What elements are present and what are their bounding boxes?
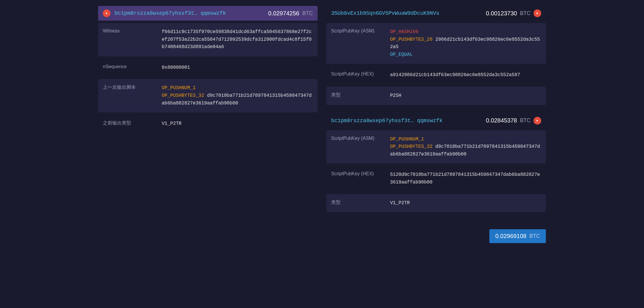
type-row: 类型 P2SH xyxy=(326,87,546,105)
currency-label: BTC xyxy=(520,117,531,124)
row-value: V1_P2TR xyxy=(390,199,541,207)
row-label: ScriptPubKey (HEX) xyxy=(331,71,390,79)
output-amount: 0.02845378 xyxy=(486,117,517,124)
opcode: OP_PUSHBYTES_32 xyxy=(390,144,432,149)
address-suffix: qqmswzfk xyxy=(201,10,226,16)
row-label: ScriptPubKey (ASM) xyxy=(331,28,390,58)
currency-label: BTC xyxy=(520,10,531,17)
opcode: OP_PUSHBYTES_20 xyxy=(390,37,432,42)
output-header: 35Ub8vEx1b9Sqn6GV5PvWuaW9dDcuK9NVs 0.001… xyxy=(326,6,546,21)
row-label: ScriptPubKey (HEX) xyxy=(331,171,390,186)
row-value: OP_PUSHNUM_1 OP_PUSHBYTES_32 d9c7010ba77… xyxy=(162,84,313,107)
scriptpubkey-asm-row: ScriptPubKey (ASM) OP_HASH160 OP_PUSHBYT… xyxy=(326,23,546,64)
scriptpubkey-hex-row: ScriptPubKey (HEX) 5120d9c7010ba771b21d7… xyxy=(326,166,546,191)
opcode: OP_PUSHNUM_1 xyxy=(162,85,196,91)
total-badge[interactable]: 0.02969108 BTC xyxy=(489,229,546,243)
row-value: V1_P2TR xyxy=(162,120,313,128)
input-column: bc1pm8rszza8wxep67yhssf3t… qqmswzfk 0.02… xyxy=(98,6,318,243)
output-header-right: 0.00123730 BTC xyxy=(486,9,541,17)
type-row: 类型 V1_P2TR xyxy=(326,194,546,212)
address-prefix: bc1pm8rszza8wxep67yhssf3t… xyxy=(331,118,414,124)
input-address-link[interactable]: bc1pm8rszza8wxep67yhssf3t… qqmswzfk xyxy=(115,10,226,16)
row-label: 类型 xyxy=(331,199,390,207)
address-suffix: qqmswzfk xyxy=(417,118,442,124)
opcode: OP_EQUAL xyxy=(390,52,413,57)
row-value: OP_HASH160 OP_PUSHBYTES_20 2986d21cb143d… xyxy=(390,28,541,58)
arrow-right-icon[interactable] xyxy=(534,117,541,124)
total-currency: BTC xyxy=(529,233,540,239)
total-amount: 0.02969108 xyxy=(495,233,526,240)
output-address-link[interactable]: 35Ub8vEx1b9Sqn6GV5PvWuaW9dDcuK9NVs xyxy=(331,10,439,16)
output-header-left: bc1pm8rszza8wxep67yhssf3t… qqmswzfk xyxy=(331,118,442,124)
row-label: 类型 xyxy=(331,92,390,100)
opcode: OP_PUSHBYTES_32 xyxy=(162,93,204,98)
address-prefix: bc1pm8rszza8wxep67yhssf3t… xyxy=(115,10,197,16)
output-amount: 0.00123730 xyxy=(486,10,517,17)
input-header-right: 0.02974256 BTC xyxy=(268,10,313,17)
arrow-right-icon[interactable] xyxy=(534,9,541,17)
prev-output-type-row: 之前输出类型 V1_P2TR xyxy=(98,115,318,133)
row-value: 5120d9c7010ba771b21d7897841315b459847347… xyxy=(390,171,541,186)
row-label: 上一次输出脚本 xyxy=(103,84,162,107)
nsequence-row: nSequence 0x80000001 xyxy=(98,59,318,77)
input-amount: 0.02974256 xyxy=(268,10,299,17)
row-label: 之前输出类型 xyxy=(103,120,162,128)
output-header: bc1pm8rszza8wxep67yhssf3t… qqmswzfk 0.02… xyxy=(326,113,546,128)
scriptpubkey-asm-row: ScriptPubKey (ASM) OP_PUSHNUM_1 OP_PUSHB… xyxy=(326,130,546,164)
prev-output-script-row: 上一次输出脚本 OP_PUSHNUM_1 OP_PUSHBYTES_32 d9c… xyxy=(98,79,318,112)
row-label: nSequence xyxy=(103,64,162,72)
row-label: ScriptPubKey (ASM) xyxy=(331,136,390,158)
scriptpubkey-hex-row: ScriptPubKey (HEX) a9142986d21cb143df63e… xyxy=(326,66,546,84)
arrow-right-icon[interactable] xyxy=(103,9,110,17)
transaction-container: bc1pm8rszza8wxep67yhssf3t… qqmswzfk 0.02… xyxy=(92,6,552,243)
output-section: 35Ub8vEx1b9Sqn6GV5PvWuaW9dDcuK9NVs 0.001… xyxy=(326,6,546,105)
row-value: f66d11c9c1735f970ce59838d41dcd63affca504… xyxy=(162,28,313,51)
row-label: Witness xyxy=(103,28,162,51)
input-header: bc1pm8rszza8wxep67yhssf3t… qqmswzfk 0.02… xyxy=(98,6,318,21)
row-value: 0x80000001 xyxy=(162,64,313,72)
output-header-right: 0.02845378 BTC xyxy=(486,117,541,124)
opcode: OP_PUSHNUM_1 xyxy=(390,137,424,142)
row-value: P2SH xyxy=(390,92,541,100)
row-value: a9142986d21cb143df63ec98826ec6e8552da3c5… xyxy=(390,71,541,79)
input-header-left: bc1pm8rszza8wxep67yhssf3t… qqmswzfk xyxy=(103,9,226,17)
row-value: OP_PUSHNUM_1 OP_PUSHBYTES_32 d9c7010ba77… xyxy=(390,136,541,158)
output-address-link[interactable]: bc1pm8rszza8wxep67yhssf3t… qqmswzfk xyxy=(331,118,442,124)
total-row: 0.02969108 BTC xyxy=(326,229,546,243)
output-section: bc1pm8rszza8wxep67yhssf3t… qqmswzfk 0.02… xyxy=(326,113,546,212)
output-header-left: 35Ub8vEx1b9Sqn6GV5PvWuaW9dDcuK9NVs xyxy=(331,10,439,16)
currency-label: BTC xyxy=(302,10,313,17)
witness-row: Witness f66d11c9c1735f970ce59838d41dcd63… xyxy=(98,23,318,56)
output-column: 35Ub8vEx1b9Sqn6GV5PvWuaW9dDcuK9NVs 0.001… xyxy=(326,6,546,243)
address-prefix: 35Ub8vEx1b9Sqn6GV5PvWuaW9dDcuK9NVs xyxy=(331,10,439,16)
opcode: OP_HASH160 xyxy=(390,29,418,35)
